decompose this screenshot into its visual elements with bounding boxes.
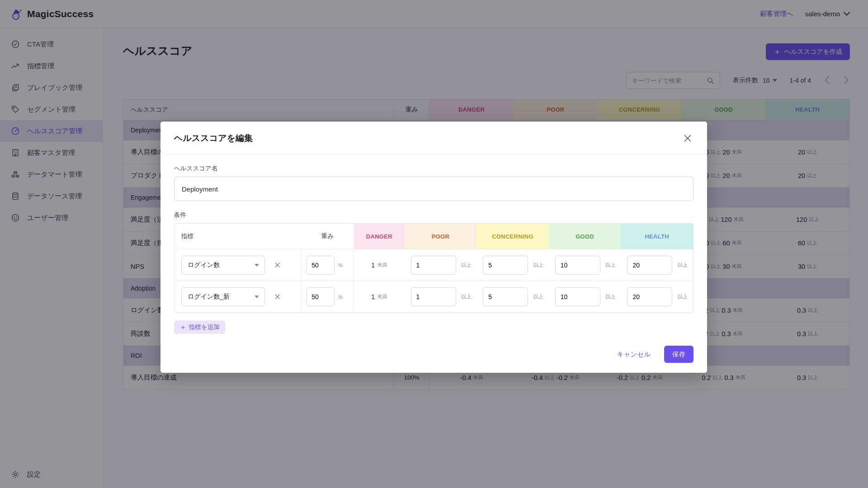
threshold-unit: 以上 — [461, 262, 471, 268]
metric-select-value: ログイン数_新 — [188, 293, 230, 301]
threshold-unit: 以上 — [533, 293, 543, 300]
health-threshold-input[interactable] — [627, 256, 672, 275]
cond-column-header-poor: POOR — [405, 224, 477, 249]
cond-column-header-health: HEALTH — [621, 224, 693, 249]
cond-column-header: 重み — [301, 224, 354, 249]
remove-metric-icon[interactable] — [273, 292, 282, 301]
threshold-unit: 以上 — [605, 293, 615, 300]
cond-column-header-good: GOOD — [549, 224, 621, 249]
danger-threshold: 1未満 — [354, 281, 405, 312]
cond-column-header: 指標 — [175, 224, 301, 249]
modal-title: ヘルススコアを編集 — [174, 132, 253, 144]
danger-threshold: 1未満 — [354, 249, 405, 281]
add-metric-button[interactable]: ＋ 指標を追加 — [174, 320, 225, 334]
metric-select[interactable]: ログイン数 — [181, 256, 265, 275]
cond-column-header-danger: DANGER — [354, 224, 405, 249]
metric-select[interactable]: ログイン数_新 — [181, 287, 265, 306]
weight-unit: % — [338, 294, 343, 300]
metric-select-value: ログイン数 — [188, 261, 220, 269]
threshold-unit: 以上 — [605, 262, 615, 268]
cancel-button[interactable]: キャンセル — [617, 350, 651, 359]
condition-row: ログイン数_新%1未満以上以上以上以上 — [175, 281, 693, 312]
name-field-label: ヘルススコア名 — [174, 164, 693, 173]
healthscore-name-input[interactable] — [174, 177, 693, 201]
threshold-unit: 以上 — [678, 293, 688, 300]
caret-down-icon — [255, 264, 259, 267]
poor-threshold-input[interactable] — [411, 287, 456, 306]
cond-column-header-concerning: CONCERNING — [476, 224, 549, 249]
conditions-label: 条件 — [174, 211, 693, 219]
close-icon[interactable] — [682, 132, 693, 144]
conditions-header: 指標 重み DANGER POOR CONCERNING GOOD HEALTH — [175, 224, 693, 249]
good-threshold-input[interactable] — [555, 256, 600, 275]
save-button[interactable]: 保存 — [664, 346, 693, 363]
concerning-threshold-input[interactable] — [483, 287, 528, 306]
good-threshold-input[interactable] — [555, 287, 600, 306]
weight-input[interactable] — [307, 287, 335, 306]
poor-threshold-input[interactable] — [411, 256, 456, 275]
conditions-body: ログイン数%1未満以上以上以上以上ログイン数_新%1未満以上以上以上以上 — [175, 249, 693, 312]
health-threshold-input[interactable] — [627, 287, 672, 306]
edit-healthscore-modal: ヘルススコアを編集 ヘルススコア名 条件 指標 重み DANGER POOR C… — [160, 122, 707, 373]
plus-icon: ＋ — [179, 323, 186, 332]
threshold-unit: 以上 — [678, 262, 688, 268]
remove-metric-icon[interactable] — [273, 261, 282, 269]
caret-down-icon — [255, 296, 259, 298]
threshold-unit: 以上 — [533, 262, 543, 268]
conditions-table: 指標 重み DANGER POOR CONCERNING GOOD HEALTH… — [174, 223, 693, 313]
weight-unit: % — [338, 263, 343, 268]
concerning-threshold-input[interactable] — [483, 256, 528, 275]
threshold-unit: 以上 — [461, 293, 471, 300]
weight-input[interactable] — [307, 256, 335, 275]
condition-row: ログイン数%1未満以上以上以上以上 — [175, 249, 693, 281]
